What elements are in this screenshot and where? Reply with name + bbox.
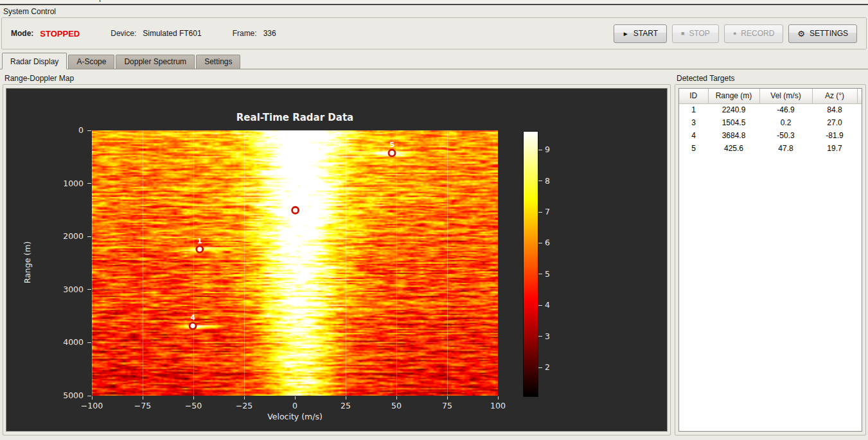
cbar-tick-label: 2: [545, 362, 564, 372]
y-tick-label: 5000: [45, 391, 84, 400]
x-tick-label: 50: [377, 401, 416, 410]
device-label: Device:: [111, 29, 136, 38]
cbar-tick-label: 3: [545, 331, 564, 341]
table-header-row: ID Range (m) Vel (m/s) Az (°): [679, 89, 862, 103]
table-cell: 1: [679, 103, 708, 116]
tab-bar: Radar Display A-Scope Doppler Spectrum S…: [0, 54, 868, 69]
targets-table: ID Range (m) Vel (m/s) Az (°) 12240.9-46…: [679, 89, 862, 155]
col-header-range[interactable]: Range (m): [708, 89, 759, 103]
y-tick-label: 1000: [45, 179, 84, 188]
menu-help[interactable]: Help: [82, 0, 109, 3]
menu-view[interactable]: View: [24, 0, 52, 3]
col-header-id[interactable]: ID: [679, 89, 708, 103]
x-tick: [498, 396, 499, 400]
x-tick-label: 75: [428, 401, 466, 410]
table-cell: [857, 142, 862, 155]
detected-targets-group: Detected Targets ID Range (m) Vel (m/s) …: [675, 72, 866, 436]
device-value: Simulated FT601: [143, 29, 201, 38]
x-tick-label: 100: [479, 401, 517, 410]
settings-button-label: SETTINGS: [810, 29, 848, 38]
x-tick: [193, 396, 194, 400]
y-tick: [87, 130, 91, 131]
x-tick: [346, 396, 346, 400]
system-control-group: System Control Mode: STOPPED Device: Sim…: [1, 5, 867, 49]
range-doppler-group: Range-Doppler Map Real-Time Radar Data V…: [3, 72, 671, 436]
y-tick-label: 4000: [45, 337, 84, 347]
stop-button[interactable]: ■ STOP: [672, 24, 719, 43]
targets-table-panel: ID Range (m) Vel (m/s) Az (°) 12240.9-46…: [678, 88, 862, 432]
table-cell: 19.7: [812, 142, 857, 155]
table-cell: 1504.5: [708, 116, 759, 129]
cbar-tick: [538, 367, 542, 368]
range-doppler-plot: Real-Time Radar Data Velocity (m/s) Rang…: [6, 88, 668, 432]
table-cell: -81.9: [812, 129, 857, 142]
x-tick-label: −75: [123, 401, 162, 410]
cbar-tick-label: 5: [545, 269, 564, 279]
tab-radar-display[interactable]: Radar Display: [2, 53, 67, 69]
cbar-tick: [538, 150, 542, 150]
record-button[interactable]: ● RECORD: [724, 24, 783, 43]
col-header-stub: [857, 89, 862, 103]
x-tick-label: −25: [225, 401, 263, 410]
settings-button[interactable]: ⚙ SETTINGS: [788, 24, 857, 43]
cbar-tick-label: 4: [545, 300, 564, 310]
y-tick: [87, 289, 91, 290]
cbar-tick-label: 8: [545, 176, 564, 186]
y-axis-label: Range (m): [22, 215, 32, 311]
system-control-frame: Mode: STOPPED Device: Simulated FT601 Fr…: [1, 17, 867, 49]
table-cell: 5: [679, 142, 708, 155]
table-cell: 47.8: [759, 142, 812, 155]
table-row[interactable]: 5425.647.819.7: [679, 142, 862, 155]
detected-targets-title: Detected Targets: [675, 72, 866, 84]
col-header-az[interactable]: Az (°): [812, 89, 857, 103]
heatmap-canvas: [92, 130, 498, 396]
menu-tools[interactable]: Tools: [52, 0, 82, 3]
table-cell: [857, 129, 862, 142]
x-tick-label: −100: [73, 401, 111, 410]
x-tick-label: 0: [276, 401, 314, 410]
menu-file[interactable]: File: [0, 0, 24, 3]
record-icon: ●: [733, 30, 736, 37]
cbar-tick-label: 9: [545, 145, 564, 154]
record-button-label: RECORD: [741, 29, 774, 38]
mode-label: Mode:: [11, 29, 33, 38]
table-cell: 27.0: [812, 116, 857, 129]
cbar-tick: [538, 212, 542, 213]
stop-button-label: STOP: [689, 29, 709, 38]
table-cell: [857, 116, 862, 129]
gear-icon: ⚙: [797, 29, 805, 39]
y-tick-label: 3000: [45, 285, 84, 294]
start-button-label: START: [633, 29, 658, 38]
start-button[interactable]: ► START: [614, 24, 667, 43]
tab-settings[interactable]: Settings: [196, 55, 240, 69]
table-cell: 0.2: [759, 116, 812, 129]
y-tick: [87, 396, 91, 396]
y-tick-label: 2000: [45, 231, 84, 241]
x-tick: [244, 396, 245, 400]
stop-icon: ■: [681, 30, 684, 37]
col-header-vel[interactable]: Vel (m/s): [759, 89, 812, 103]
y-tick-label: 0: [45, 125, 84, 135]
x-tick: [396, 396, 397, 400]
targets-table-body: 12240.9-46.984.831504.50.227.043684.8-50…: [679, 103, 862, 155]
frame-value: 336: [263, 29, 276, 38]
x-tick: [143, 396, 143, 400]
cbar-tick: [538, 305, 542, 306]
table-cell: -46.9: [759, 103, 812, 116]
system-control-title: System Control: [1, 5, 867, 17]
x-axis-label: Velocity (m/s): [92, 412, 498, 421]
table-cell: 3684.8: [708, 129, 759, 142]
table-cell: [857, 103, 862, 116]
y-tick: [87, 183, 91, 184]
chart-title: Real-Time Radar Data: [92, 112, 498, 123]
tab-a-scope[interactable]: A-Scope: [68, 55, 114, 69]
range-doppler-title: Range-Doppler Map: [3, 72, 671, 84]
table-row[interactable]: 43684.8-50.3-81.9: [679, 129, 862, 142]
table-row[interactable]: 31504.50.227.0: [679, 116, 862, 129]
cbar-tick: [538, 274, 542, 274]
y-tick: [87, 342, 91, 343]
y-tick: [87, 236, 91, 237]
tab-doppler-spectrum[interactable]: Doppler Spectrum: [116, 55, 195, 69]
x-tick-label: 25: [326, 401, 365, 410]
table-row[interactable]: 12240.9-46.984.8: [679, 103, 862, 116]
